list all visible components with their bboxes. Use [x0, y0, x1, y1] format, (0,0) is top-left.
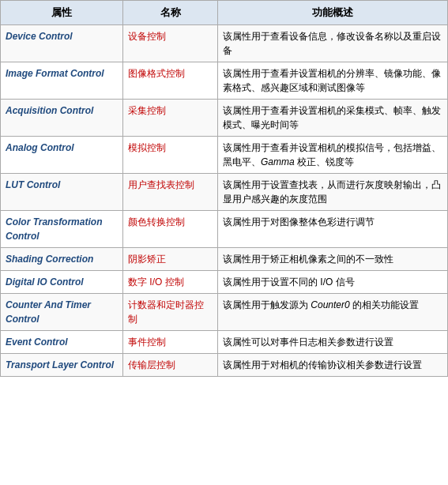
property-name: Analog Control	[1, 136, 123, 173]
description: 该属性用于查看并设置相机的采集模式、帧率、触发模式、曝光时间等	[218, 99, 448, 136]
table-row: Image Format Control图像格式控制该属性用于查看并设置相机的分…	[1, 62, 448, 99]
table-row: Color Transformation Control颜色转换控制该属性用于对…	[1, 210, 448, 247]
table-row: Shading Correction阴影矫正该属性用于矫正相机像素之间的不一致性	[1, 247, 448, 270]
chinese-name: 采集控制	[123, 99, 218, 136]
property-name: Counter And Timer Control	[1, 293, 123, 330]
chinese-name: 阴影矫正	[123, 247, 218, 270]
property-name: Image Format Control	[1, 62, 123, 99]
description: 该属性用于设置查找表，从而进行灰度映射输出，凸显用户感兴趣的灰度范围	[218, 173, 448, 210]
table-row: Digital IO Control数字 I/O 控制该属性用于设置不同的 I/…	[1, 270, 448, 293]
table-row: Analog Control模拟控制该属性用于查看并设置相机的模拟信号，包括增益…	[1, 136, 448, 173]
chinese-name: 传输层控制	[123, 353, 218, 376]
property-name: Digital IO Control	[1, 270, 123, 293]
description: 该属性用于查看并设置相机的模拟信号，包括增益、黑电平、Gamma 校正、锐度等	[218, 136, 448, 173]
header-name: 名称	[123, 1, 218, 25]
table-row: Counter And Timer Control计数器和定时器控制该属性用于触…	[1, 293, 448, 330]
chinese-name: 数字 I/O 控制	[123, 270, 218, 293]
property-name: Shading Correction	[1, 247, 123, 270]
header-description: 功能概述	[218, 1, 448, 25]
property-name: Acquisition Control	[1, 99, 123, 136]
table-row: Device Control设备控制该属性用于查看设备信息，修改设备名称以及重启…	[1, 24, 448, 62]
property-name: LUT Control	[1, 173, 123, 210]
table-row: Transport Layer Control传输层控制该属性用于对相机的传输协…	[1, 353, 448, 376]
table-row: Event Control事件控制该属性可以对事件日志相关参数进行设置	[1, 330, 448, 353]
chinese-name: 计数器和定时器控制	[123, 293, 218, 330]
description: 该属性用于查看并设置相机的分辨率、镜像功能、像素格式、感兴趣区域和测试图像等	[218, 62, 448, 99]
description: 该属性用于设置不同的 I/O 信号	[218, 270, 448, 293]
description: 该属性用于对相机的传输协议相关参数进行设置	[218, 353, 448, 376]
property-name: Color Transformation Control	[1, 210, 123, 247]
chinese-name: 设备控制	[123, 24, 218, 62]
chinese-name: 事件控制	[123, 330, 218, 353]
property-name: Event Control	[1, 330, 123, 353]
chinese-name: 模拟控制	[123, 136, 218, 173]
chinese-name: 颜色转换控制	[123, 210, 218, 247]
chinese-name: 用户查找表控制	[123, 173, 218, 210]
description: 该属性用于触发源为 Counter0 的相关功能设置	[218, 293, 448, 330]
property-name: Device Control	[1, 24, 123, 62]
description: 该属性用于矫正相机像素之间的不一致性	[218, 247, 448, 270]
description: 该属性可以对事件日志相关参数进行设置	[218, 330, 448, 353]
chinese-name: 图像格式控制	[123, 62, 218, 99]
description: 该属性用于查看设备信息，修改设备名称以及重启设备	[218, 24, 448, 62]
table-row: LUT Control用户查找表控制该属性用于设置查找表，从而进行灰度映射输出，…	[1, 173, 448, 210]
description: 该属性用于对图像整体色彩进行调节	[218, 210, 448, 247]
table-row: Acquisition Control采集控制该属性用于查看并设置相机的采集模式…	[1, 99, 448, 136]
property-name: Transport Layer Control	[1, 353, 123, 376]
header-property: 属性	[1, 1, 123, 25]
